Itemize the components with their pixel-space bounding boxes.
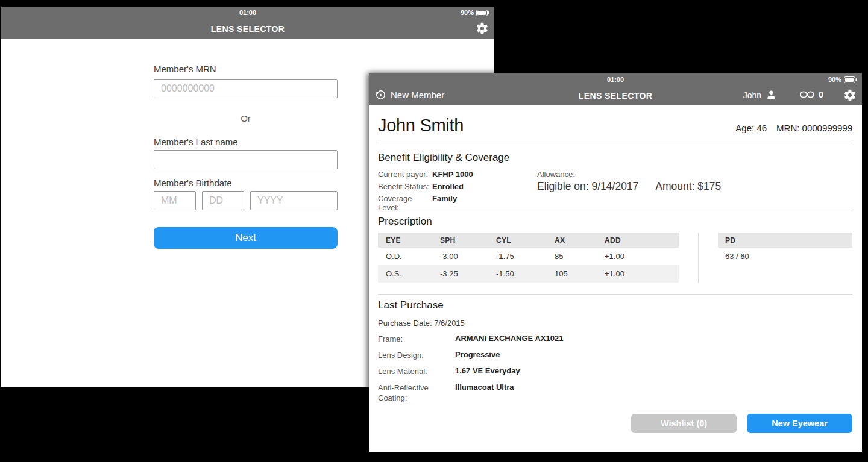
col-header: CYL [496, 236, 555, 245]
pd-table: PD 63 / 60 [718, 233, 852, 265]
purchase-label: Lens Material: [378, 366, 455, 376]
member-mrn: MRN: 0000999999 [776, 123, 852, 133]
pd-value: 63 / 60 [718, 248, 852, 265]
nav-bar: New Member LENS SELECTOR John 0 [369, 86, 862, 105]
next-button[interactable]: Next [154, 227, 338, 249]
col-header: SPH [440, 236, 496, 245]
eligible-on: Eligible on: 9/14/2017 [537, 180, 638, 193]
mrn-label: Member's MRN [154, 64, 216, 74]
purchase-value: 1.67 VE Everyday [455, 366, 520, 376]
pd-header: PD [718, 233, 852, 248]
cell: O.S. [386, 269, 440, 278]
birthdate-label: Member's Birthdate [154, 178, 232, 188]
benefit-row: Benefit Status: Enrolled [378, 182, 464, 191]
birth-day-input[interactable] [202, 191, 244, 210]
battery-indicator: 90% [461, 9, 489, 16]
prescription-table: EYE SPH CYL AX ADD O.D. -3.00 -1.75 85 +… [378, 233, 679, 283]
status-time: 01:00 [369, 76, 862, 83]
benefit-value: Family [432, 194, 457, 212]
purchase-label: Anti-Reflective Coating: [378, 382, 455, 403]
cell: -1.75 [496, 252, 555, 261]
divider [378, 208, 852, 208]
settings-gear-icon[interactable] [476, 22, 489, 35]
col-header: AX [555, 236, 605, 245]
purchase-row: Anti-Reflective Coating: Illumacoat Ultr… [378, 382, 852, 403]
wishlist-button[interactable]: Wishlist (0) [631, 414, 737, 433]
member-age: Age: 46 [735, 123, 767, 133]
purchase-label: Frame: [378, 334, 455, 344]
search-header: 01:00 90% LENS SELECTOR [1, 7, 494, 39]
battery-icon [844, 76, 857, 83]
benefit-label: Current payor: [378, 170, 432, 179]
wishlist-counter[interactable]: 0 [799, 89, 823, 99]
cell: +1.00 [605, 269, 679, 278]
purchase-value: ARMANI EXCHANGE AX1021 [455, 334, 563, 344]
status-bar: 01:00 90% [369, 73, 862, 86]
purchase-row: Lens Design: Progressive [378, 350, 852, 360]
col-header: EYE [386, 236, 440, 245]
cell: +1.00 [605, 252, 679, 261]
table-vertical-separator [698, 233, 699, 283]
member-detail-window: 01:00 90% New Member LENS SELECTOR [369, 73, 862, 452]
or-separator: Or [154, 113, 338, 123]
prescription-table-header: EYE SPH CYL AX ADD [378, 233, 679, 248]
benefit-row: Current payor: KFHP 1000 [378, 170, 473, 179]
last-name-input[interactable] [154, 150, 338, 169]
prescription-section-title: Prescription [378, 216, 432, 228]
nav-bar: LENS SELECTOR [1, 19, 494, 39]
benefit-value: KFHP 1000 [432, 170, 473, 179]
glasses-icon [799, 90, 815, 99]
battery-percent: 90% [461, 9, 474, 16]
member-header: 01:00 90% New Member LENS SELECTOR [369, 73, 862, 105]
table-row: O.D. -3.00 -1.75 85 +1.00 [378, 248, 679, 265]
battery-percent: 90% [828, 76, 841, 83]
allowance-label: Allowance: [537, 170, 575, 179]
purchase-row: Frame: ARMANI EXCHANGE AX1021 [378, 334, 852, 344]
user-name: John [743, 90, 761, 100]
birth-month-input[interactable] [154, 191, 196, 210]
benefit-row: Coverage Level: Family [378, 194, 457, 212]
battery-indicator: 90% [828, 76, 857, 83]
person-icon [765, 89, 778, 101]
battery-icon [476, 10, 489, 16]
wishlist-count: 0 [819, 89, 823, 99]
birth-year-input[interactable] [250, 191, 338, 210]
purchase-value: Progressive [455, 350, 500, 360]
col-header: ADD [605, 236, 679, 245]
user-menu[interactable]: John [743, 89, 778, 101]
purchase-date: Purchase Date: 7/6/2015 [378, 319, 465, 328]
divider [378, 294, 852, 295]
app-title: LENS SELECTOR [369, 91, 862, 101]
allowance-details: Eligible on: 9/14/2017 Amount: $175 [537, 180, 721, 193]
purchase-value: Illumacoat Ultra [455, 382, 514, 403]
cell: -1.50 [496, 269, 555, 278]
benefit-label: Coverage Level: [378, 194, 432, 212]
last-purchase-section-title: Last Purchase [378, 299, 444, 311]
mrn-input[interactable] [154, 79, 338, 98]
member-meta: Age: 46 MRN: 0000999999 [735, 123, 852, 133]
cell: 105 [555, 269, 605, 278]
status-bar: 01:00 90% [1, 7, 494, 19]
member-name: John Smith [378, 116, 464, 136]
purchase-row: Lens Material: 1.67 VE Everyday [378, 366, 852, 376]
member-name-row: John Smith Age: 46 MRN: 0000999999 [378, 116, 852, 136]
cell: -3.25 [440, 269, 496, 278]
settings-gear-icon[interactable] [843, 89, 857, 102]
last-name-label: Member's Last name [154, 137, 238, 147]
cell: 85 [555, 252, 605, 261]
benefit-section-title: Benefit Eligibility & Coverage [378, 152, 509, 164]
cell: O.D. [386, 252, 440, 261]
benefit-label: Benefit Status: [378, 182, 432, 191]
table-row: O.S. -3.25 -1.50 105 +1.00 [378, 265, 679, 283]
app-title: LENS SELECTOR [1, 24, 494, 34]
cell: -3.00 [440, 252, 496, 261]
divider [378, 143, 852, 143]
new-eyewear-button[interactable]: New Eyewear [747, 414, 852, 433]
allowance-amount: Amount: $175 [655, 180, 721, 193]
benefit-value: Enrolled [432, 182, 464, 191]
status-time: 01:00 [1, 9, 494, 16]
stage: 01:00 90% LENS SELECTOR Member's MRN Or … [0, 0, 868, 462]
purchase-label: Lens Design: [378, 350, 455, 360]
